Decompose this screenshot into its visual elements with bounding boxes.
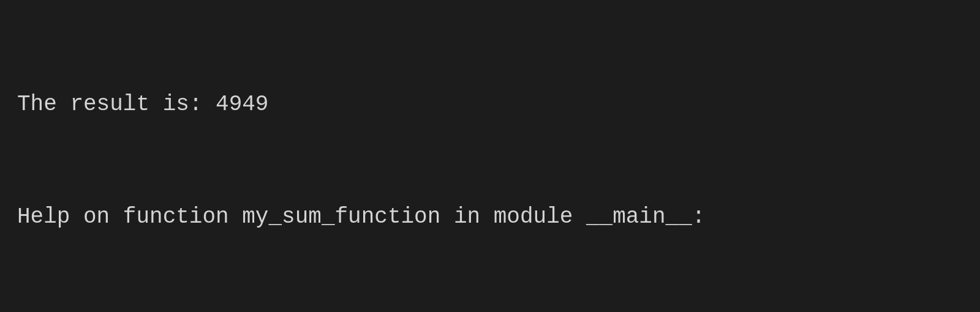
output-line-1: The result is: 4949 (17, 86, 963, 123)
terminal-output: The result is: 4949 Help on function my_… (0, 0, 980, 312)
output-line-2: Help on function my_sum_function in modu… (17, 198, 963, 236)
